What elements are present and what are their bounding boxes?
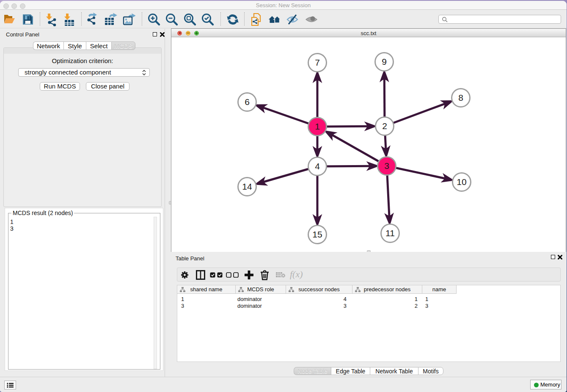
svg-text:15: 15 [312,229,322,239]
svg-text:6: 6 [245,97,250,107]
svg-text:7: 7 [315,58,320,67]
svg-text:10: 10 [457,177,466,187]
svg-text:14: 14 [242,182,252,191]
svg-text:1: 1 [315,121,320,131]
svg-text:9: 9 [382,57,387,66]
svg-text:11: 11 [385,228,395,238]
svg-text:8: 8 [458,93,463,102]
svg-text:4: 4 [315,161,320,171]
svg-text:2: 2 [382,121,387,131]
svg-text:3: 3 [384,161,389,171]
